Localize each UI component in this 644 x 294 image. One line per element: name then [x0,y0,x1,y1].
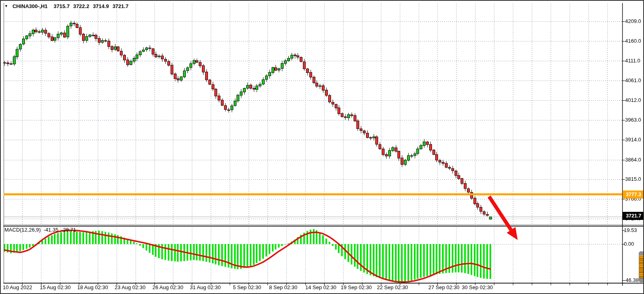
macd-main-value: -41.35 [43,227,58,233]
chart-legend: ▼ CHINA300-,H1 3715.7 3722.2 3714.9 3721… [4,3,128,9]
price-axis-label: 3815.0 [625,176,641,182]
time-axis-label: 18 Aug 02:30 [77,284,108,290]
macd-axis-label: 0.00 [624,241,634,247]
macd-indicator-label: MACD(12,26,9) -41.35 -29.71 [4,227,76,233]
ohlc-close: 3721.7 [113,3,129,9]
ohlc-open: 3715.7 [53,3,70,9]
macd-signal-value: -29.71 [61,227,76,233]
price-axis-label: 3914.0 [625,137,641,143]
ohlc-low: 3714.9 [93,3,109,9]
time-axis-label: 8 Sep 02:30 [269,284,297,290]
time-axis-label: 15 Aug 02:30 [40,284,71,290]
ohlc-high: 3722.2 [73,3,89,9]
time-axis-label: 14 Sep 02:30 [305,284,336,290]
last-price-badge: 3721.7 [623,212,644,220]
price-axis-label: 4160.0 [625,38,641,44]
time-axis-label: 19 Sep 02:30 [341,284,372,290]
price-axis-label: 3963.0 [625,117,641,123]
time-axis-label: 22 Sep 02:30 [377,284,408,290]
price-axis-label: 4012.0 [625,97,641,103]
candlestick-chart-canvas[interactable] [1,1,644,294]
hline-price-badge: 3777.3 [623,190,644,199]
symbol-dropdown-icon[interactable]: ▼ [4,4,8,9]
price-axis-label: 4061.0 [625,77,641,83]
time-axis-label: 5 Sep 02:30 [233,284,261,290]
price-axis-label: 4111.0 [625,58,640,64]
time-axis-label: 31 Aug 02:30 [190,284,221,290]
price-axis-label: 4209.0 [625,18,641,24]
chart-window: ▼ CHINA300-,H1 3715.7 3722.2 3714.9 3721… [0,0,644,294]
time-axis-label: 30 Sep 02:30 [462,284,493,290]
price-axis-label: 3864.0 [625,157,641,163]
time-axis-label: 26 Aug 02:30 [152,284,183,290]
macd-axis-label: -46.38 [624,277,639,283]
time-axis-label: 10 Aug 2022 [3,284,32,290]
time-axis-label: 27 Sep 02:30 [428,284,459,290]
symbol-timeframe-label: CHINA300-,H1 [12,3,47,9]
macd-name: MACD(12,26,9) [4,227,41,233]
macd-axis-label: 19.53 [624,227,637,233]
horizontal-line-annotation[interactable] [4,193,622,195]
time-axis-label: 23 Aug 02:30 [115,284,146,290]
trend-arrow-annotation[interactable] [486,194,523,244]
scrollbar-grip-stripes [639,255,644,278]
scrollbar-thumb[interactable] [639,251,644,282]
